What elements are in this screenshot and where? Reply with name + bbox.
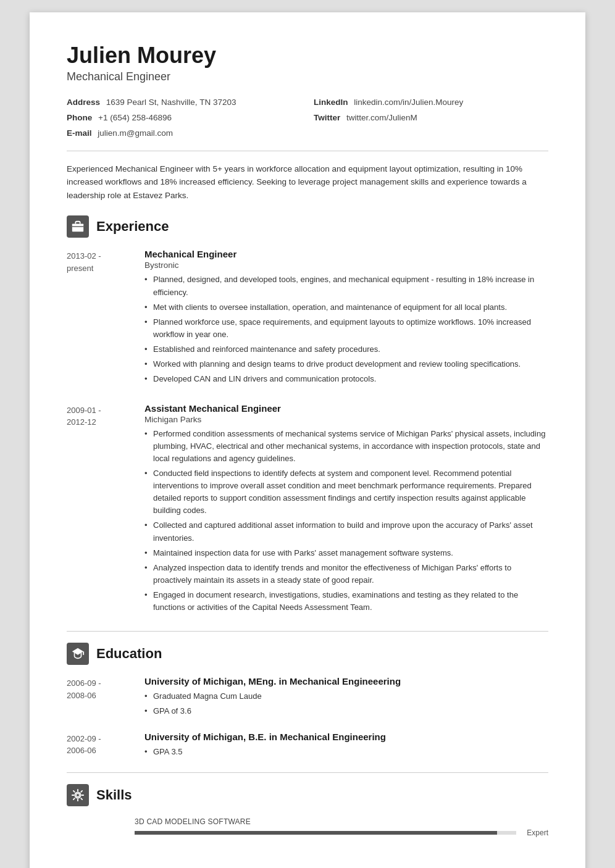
edu-bullet: GPA of 3.6 bbox=[144, 705, 548, 717]
experience-icon bbox=[67, 215, 89, 238]
candidate-name: Julien Mourey bbox=[67, 43, 548, 68]
edu-degree-title: University of Michigan, MEng. in Mechani… bbox=[144, 676, 548, 686]
experience-entry: 2013-02 -present Mechanical Engineer Bys… bbox=[67, 249, 548, 388]
skills-title: Skills bbox=[96, 787, 132, 803]
header: Julien Mourey Mechanical Engineer bbox=[67, 43, 548, 83]
entry-content: Assistant Mechanical Engineer Michigan P… bbox=[144, 403, 548, 617]
edu-date-range: 2006-09 -2008-06 bbox=[67, 676, 135, 719]
candidate-title: Mechanical Engineer bbox=[67, 70, 548, 83]
skills-icon bbox=[67, 784, 89, 806]
bullet-item: Engaged in document research, investigat… bbox=[144, 589, 548, 614]
divider-2 bbox=[67, 631, 548, 632]
education-entry: 2002-09 -2006-06 University of Michigan,… bbox=[67, 732, 548, 760]
bullet-item: Planned, designed, and developed tools, … bbox=[144, 273, 548, 298]
resume-container: Julien Mourey Mechanical Engineer Addres… bbox=[30, 12, 585, 868]
edu-content: University of Michigan, MEng. in Mechani… bbox=[144, 676, 548, 719]
bullet-item: Analyzed inspection data to identify tre… bbox=[144, 562, 548, 586]
skill-bar-fill bbox=[135, 831, 497, 835]
summary: Experienced Mechanical Engineer with 5+ … bbox=[67, 162, 548, 202]
bullet-item: Collected and captured additional asset … bbox=[144, 519, 548, 544]
bullet-item: Performed condition assessments of mecha… bbox=[144, 428, 548, 465]
skills-section-header: Skills bbox=[67, 784, 548, 806]
education-list: 2006-09 -2008-06 University of Michigan,… bbox=[67, 676, 548, 759]
bullet-item: Met with clients to oversee installation… bbox=[144, 301, 548, 314]
edu-date-range: 2002-09 -2006-06 bbox=[67, 732, 135, 760]
company-name: Michigan Parks bbox=[144, 415, 548, 424]
contact-phone: Phone +1 (654) 258-46896 bbox=[67, 111, 301, 124]
graduation-svg bbox=[71, 647, 85, 661]
education-section-header: Education bbox=[67, 643, 548, 665]
bullet-item: Worked with planning and design teams to… bbox=[144, 358, 548, 370]
contact-email: E-mail julien.m@gmail.com bbox=[67, 127, 301, 140]
skill-name: 3D CAD MODELING SOFTWARE bbox=[135, 817, 548, 826]
divider-3 bbox=[67, 772, 548, 773]
edu-degree-title: University of Michigan, B.E. in Mechanic… bbox=[144, 732, 548, 742]
experience-section-header: Experience bbox=[67, 215, 548, 238]
bullet-item: Maintained inspection data for use with … bbox=[144, 547, 548, 559]
date-range: 2009-01 -2012-12 bbox=[67, 403, 135, 617]
education-entry: 2006-09 -2008-06 University of Michigan,… bbox=[67, 676, 548, 719]
experience-entry: 2009-01 -2012-12 Assistant Mechanical En… bbox=[67, 403, 548, 617]
bullet-item: Conducted field inspections to identify … bbox=[144, 467, 548, 517]
divider-1 bbox=[67, 151, 548, 151]
edu-content: University of Michigan, B.E. in Mechanic… bbox=[144, 732, 548, 760]
contact-twitter: Twitter twitter.com/JulienM bbox=[314, 111, 548, 124]
skill-bar-bg bbox=[135, 831, 516, 835]
contact-grid: Address 1639 Pearl St, Nashville, TN 372… bbox=[67, 96, 548, 140]
svg-point-5 bbox=[76, 793, 80, 797]
skills-svg bbox=[71, 788, 85, 802]
education-icon bbox=[67, 643, 89, 665]
bullet-item: Planned workforce use, space requirement… bbox=[144, 316, 548, 341]
contact-address: Address 1639 Pearl St, Nashville, TN 372… bbox=[67, 96, 301, 109]
entry-content: Mechanical Engineer Bystronic Planned, d… bbox=[144, 249, 548, 388]
bullet-item: Established and reinforced maintenance a… bbox=[144, 343, 548, 356]
briefcase-svg bbox=[71, 220, 85, 233]
skill-entry: 3D CAD MODELING SOFTWARE Expert bbox=[67, 817, 548, 837]
job-title: Assistant Mechanical Engineer bbox=[144, 403, 548, 414]
svg-rect-0 bbox=[72, 224, 83, 232]
skill-bar-container: Expert bbox=[135, 828, 548, 837]
edu-bullet: GPA 3.5 bbox=[144, 746, 548, 758]
skills-list: 3D CAD MODELING SOFTWARE Expert bbox=[67, 817, 548, 837]
experience-title: Experience bbox=[96, 219, 169, 235]
contact-linkedin: LinkedIn linkedin.com/in/Julien.Mourey bbox=[314, 96, 548, 109]
experience-list: 2013-02 -present Mechanical Engineer Bys… bbox=[67, 249, 548, 616]
company-name: Bystronic bbox=[144, 261, 548, 270]
svg-marker-3 bbox=[72, 648, 83, 655]
job-title: Mechanical Engineer bbox=[144, 249, 548, 259]
education-title: Education bbox=[96, 646, 162, 662]
skill-level-label: Expert bbox=[524, 828, 548, 837]
bullet-item: Developed CAN and LIN drivers and commun… bbox=[144, 373, 548, 385]
date-range: 2013-02 -present bbox=[67, 249, 135, 388]
edu-bullet: Graduated Magna Cum Laude bbox=[144, 690, 548, 703]
